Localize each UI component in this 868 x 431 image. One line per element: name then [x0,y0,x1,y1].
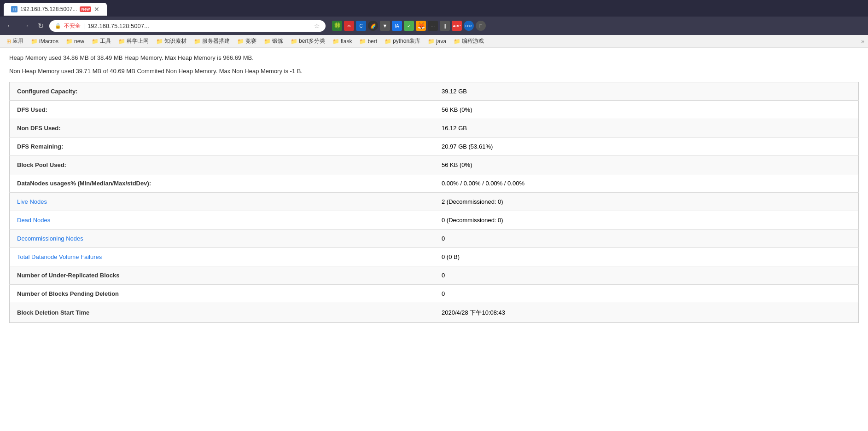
table-value-2: 16.12 GB [434,119,859,137]
bookmark-imacros[interactable]: 📁 iMacros [28,37,61,46]
bookmark-tools-label: 工具 [100,37,111,45]
table-row: Live Nodes2 (Decommissioned: 0) [10,192,859,211]
bookmark-bert-multi[interactable]: 📁 bert多分类 [288,36,328,46]
table-row: DataNodes usages% (Min/Median/Max/stdDev… [10,174,859,192]
back-button[interactable]: ← [4,20,17,32]
ext-icon-9[interactable]: ··· [428,21,438,31]
table-label-12: Block Deletion Start Time [10,303,434,322]
security-icon: 🔒 [55,23,61,29]
tab-close-icon[interactable]: ✕ [94,6,99,13]
hdfs-stats-table: Configured Capacity:39.12 GBDFS Used:56 … [9,82,859,323]
table-label-0: Configured Capacity: [10,82,434,100]
security-label: 不安全 [64,22,81,30]
table-value-9: 0 (0 B) [434,247,859,266]
table-row: Number of Blocks Pending Deletion0 [10,284,859,303]
tab-bar: H 192.168.75.128:5007... New ✕ [0,0,868,17]
bookmark-contest-label: 竞赛 [245,37,256,45]
bookmarks-overflow[interactable]: » [861,38,864,45]
table-value-3: 20.97 GB (53.61%) [434,137,859,155]
bookmark-new[interactable]: 📁 new [63,37,87,46]
tab-new-badge: New [80,6,91,12]
table-label-7[interactable]: Dead Nodes [10,211,434,229]
forward-button[interactable]: → [19,20,32,32]
ext-icon-3[interactable]: C [356,21,366,31]
nav-bar: ← → ↻ 🔒 不安全 | 192.168.75.128:5007... ☆ 🍀… [0,17,868,35]
table-label-10: Number of Under-Replicated Blocks [10,266,434,284]
bookmark-java-label: java [436,38,446,45]
page-content: Heap Memory used 34.86 MB of 38.49 MB He… [0,48,868,416]
non-heap-memory-info: Non Heap Memory used 39.71 MB of 40.69 M… [9,67,859,76]
bookmark-python[interactable]: 📁 python装库 [382,36,423,46]
table-row: Configured Capacity:39.12 GB [10,82,859,100]
bookmark-exercise[interactable]: 📁 锻炼 [261,36,286,46]
bookmark-coding-games[interactable]: 📁 编程游戏 [451,36,487,46]
ext-icon-1[interactable]: 🍀 [332,21,342,31]
table-row: DFS Used:56 KB (0%) [10,100,859,119]
table-value-5: 0.00% / 0.00% / 0.00% / 0.00% [434,174,859,192]
ext-icon-4[interactable]: 🌈 [368,21,378,31]
ext-icon-7[interactable]: ✓ [404,21,414,31]
bookmark-exercise-label: 锻炼 [272,37,283,45]
bookmark-knowledge[interactable]: 📁 知识素材 [153,36,189,46]
table-label-1: DFS Used: [10,100,434,119]
table-row: Decommissioning Nodes0 [10,229,859,247]
bookmarks-bar: ⊞ 应用 📁 iMacros 📁 new 📁 工具 📁 科学上网 📁 知识素材 … [0,35,868,48]
bookmark-coding-games-label: 编程游戏 [462,37,484,45]
table-label-4: Block Pool Used: [10,155,434,174]
table-row: DFS Remaining:20.97 GB (53.61%) [10,137,859,155]
bookmark-kxsw[interactable]: 📁 科学上网 [116,36,151,46]
bookmark-bert-label: bert [367,38,377,45]
table-label-9[interactable]: Total Datanode Volume Failures [10,247,434,266]
ext-icon-2[interactable]: ∞ [344,21,354,31]
table-label-5: DataNodes usages% (Min/Median/Max/stdDev… [10,174,434,192]
bookmark-server-label: 服务器搭建 [202,37,230,45]
table-row: Non DFS Used:16.12 GB [10,119,859,137]
table-value-10: 0 [434,266,859,284]
table-row: Block Deletion Start Time2020/4/28 下午10:… [10,303,859,322]
bookmark-apps-label: 应用 [12,37,23,45]
bookmark-apps[interactable]: ⊞ 应用 [4,36,26,46]
table-row: Dead Nodes0 (Decommissioned: 0) [10,211,859,229]
table-value-11: 0 [434,284,859,303]
bookmark-server[interactable]: 📁 服务器搭建 [191,36,233,46]
ext-icon-5[interactable]: ▼ [380,21,390,31]
ext-icon-abp[interactable]: ABP [452,21,462,31]
table-label-11: Number of Blocks Pending Deletion [10,284,434,303]
table-row: Block Pool Used:56 KB (0%) [10,155,859,174]
bookmark-imacros-label: iMacros [39,38,58,45]
ext-icon-8[interactable]: 🦊 [416,21,426,31]
table-value-4: 56 KB (0%) [434,155,859,174]
table-label-2: Non DFS Used: [10,119,434,137]
tab-title: 192.168.75.128:5007... [20,6,77,12]
browser-chrome: H 192.168.75.128:5007... New ✕ ← → ↻ 🔒 不… [0,0,868,48]
table-row: Number of Under-Replicated Blocks0 [10,266,859,284]
address-text: 192.168.75.128:5007... [87,23,311,29]
table-label-3: DFS Remaining: [10,137,434,155]
ext-icon-10[interactable]: || [440,21,450,31]
table-value-1: 56 KB (0%) [434,100,859,119]
bookmark-flask[interactable]: 📁 flask [330,37,355,46]
bookmark-knowledge-label: 知识素材 [164,37,186,45]
table-label-8[interactable]: Decommissioning Nodes [10,229,434,247]
address-bar[interactable]: 🔒 不安全 | 192.168.75.128:5007... ☆ [49,20,326,32]
bookmark-tools[interactable]: 📁 工具 [89,36,114,46]
active-tab[interactable]: H 192.168.75.128:5007... New ✕ [4,3,107,16]
bookmark-bert[interactable]: 📁 bert [356,37,380,46]
bookmark-bert-multi-label: bert多分类 [299,37,325,45]
ext-icon-6[interactable]: IA [392,21,402,31]
extensions-area: 🍀 ∞ C 🌈 ▼ IA ✓ 🦊 ··· || ABP O12 F [332,21,486,31]
table-value-6: 2 (Decommissioned: 0) [434,192,859,211]
table-value-0: 39.12 GB [434,82,859,100]
table-value-12: 2020/4/28 下午10:08:43 [434,303,859,322]
table-value-7: 0 (Decommissioned: 0) [434,211,859,229]
table-label-6[interactable]: Live Nodes [10,192,434,211]
bookmark-star-icon[interactable]: ☆ [314,22,320,29]
ext-icon-11[interactable]: O12 [464,21,474,31]
heap-memory-info: Heap Memory used 34.86 MB of 38.49 MB He… [9,53,859,63]
bookmark-contest[interactable]: 📁 竞赛 [234,36,259,46]
reload-button[interactable]: ↻ [35,20,47,32]
bookmark-flask-label: flask [341,38,352,45]
ext-icon-12[interactable]: F [476,21,486,31]
table-value-8: 0 [434,229,859,247]
bookmark-java[interactable]: 📁 java [425,37,449,46]
